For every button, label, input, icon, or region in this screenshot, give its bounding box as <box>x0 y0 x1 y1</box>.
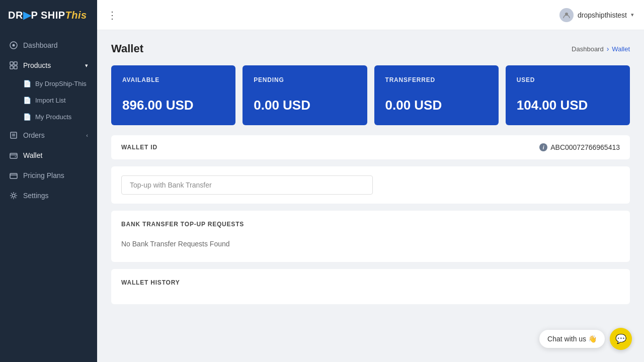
settings-icon <box>9 191 18 200</box>
logo-this: This <box>65 10 87 21</box>
logo: DR▶P SHIPThis <box>0 0 97 30</box>
wallet-id-section: WALLET ID i ABC00072766965413 <box>111 135 630 159</box>
topbar-chevron-icon: ▾ <box>631 12 634 18</box>
svg-point-12 <box>12 194 15 197</box>
wallet-history-section: WALLET HISTORY <box>111 269 630 304</box>
sidebar-item-label: Products <box>23 61 51 69</box>
content-area: Wallet Dashboard › Wallet AVAILABLE 896.… <box>97 30 644 362</box>
wallet-id-value: i ABC00072766965413 <box>539 143 620 151</box>
transferred-label: TRANSFERRED <box>385 76 488 83</box>
sidebar-item-my-products[interactable]: 📄 My Products <box>0 109 97 125</box>
sidebar-item-import-list[interactable]: 📄 Import List <box>0 92 97 109</box>
wallet-cards: AVAILABLE 896.00 USD PENDING 0.00 USD TR… <box>111 65 630 125</box>
sidebar-item-products[interactable]: Products ▾ <box>0 55 97 75</box>
wallet-id-label: WALLET ID <box>121 144 157 151</box>
wallet-history-title: WALLET HISTORY <box>121 279 620 286</box>
svg-rect-6 <box>11 132 17 138</box>
breadcrumb: Dashboard › Wallet <box>572 45 630 53</box>
transferred-amount: 0.00 USD <box>385 98 488 113</box>
sidebar-item-dashboard[interactable]: Dashboard <box>0 35 97 55</box>
sidebar-item-label: Orders <box>23 131 45 139</box>
svg-rect-5 <box>14 66 17 69</box>
sidebar: DR▶P SHIPThis Dashboard Products ▾ 📄 By … <box>0 0 97 362</box>
doc-icon: 📄 <box>23 97 31 104</box>
username-label: dropshipthistest <box>578 11 627 19</box>
bank-transfer-section: BANK TRANSFER TOP-UP REQUESTS No Bank Tr… <box>111 211 630 262</box>
sidebar-item-label: Pricing Plans <box>23 171 64 179</box>
chevron-right-icon: ‹ <box>86 132 88 138</box>
wallet-card-used: USED 104.00 USD <box>506 65 630 125</box>
available-amount: 896.00 USD <box>122 98 224 113</box>
sidebar-sub-label: By DropShip-This <box>35 80 87 87</box>
pricing-icon <box>9 171 18 180</box>
svg-rect-3 <box>14 62 17 65</box>
breadcrumb-current: Wallet <box>612 45 630 53</box>
pending-label: PENDING <box>254 76 356 83</box>
used-label: USED <box>517 76 619 83</box>
logo-ship: P SHIP <box>31 10 65 21</box>
sidebar-nav: Dashboard Products ▾ 📄 By DropShip-This … <box>0 30 97 362</box>
sidebar-item-by-dropship-this[interactable]: 📄 By DropShip-This <box>0 75 97 92</box>
logo-drop: DR <box>8 10 23 21</box>
used-amount: 104.00 USD <box>517 98 619 113</box>
sidebar-item-label: Dashboard <box>23 41 58 49</box>
dashboard-icon <box>9 41 18 50</box>
bank-transfer-title: BANK TRANSFER TOP-UP REQUESTS <box>121 221 620 228</box>
user-menu[interactable]: dropshipthistest ▾ <box>559 8 634 22</box>
chat-bubble-text: Chat with us 👋 <box>547 335 597 343</box>
products-icon <box>9 61 18 70</box>
sidebar-item-label: Wallet <box>23 151 42 159</box>
chevron-down-icon: ▾ <box>85 62 88 69</box>
page-title: Wallet <box>111 42 143 55</box>
pending-amount: 0.00 USD <box>254 98 356 113</box>
sidebar-sub-label: Import List <box>35 97 66 104</box>
wallet-id-number: ABC00072766965413 <box>550 143 620 151</box>
available-label: AVAILABLE <box>122 76 224 83</box>
chat-bubble: Chat with us 👋 <box>539 330 605 348</box>
page-header: Wallet Dashboard › Wallet <box>111 42 630 55</box>
svg-rect-4 <box>10 66 13 69</box>
topup-section: Top-up with Bank Transfer <box>111 166 630 204</box>
wallet-card-transferred: TRANSFERRED 0.00 USD <box>374 65 499 125</box>
svg-rect-11 <box>10 173 17 178</box>
sidebar-item-orders[interactable]: Orders ‹ <box>0 125 97 145</box>
svg-point-10 <box>15 156 16 157</box>
sidebar-item-label: Settings <box>23 192 49 200</box>
chat-widget: Chat with us 👋 💬 <box>539 328 632 350</box>
wallet-card-pending: PENDING 0.00 USD <box>243 65 367 125</box>
no-bank-transfer-text: No Bank Transfer Requests Found <box>121 236 620 252</box>
menu-icon[interactable]: ⋮ <box>107 9 118 21</box>
topup-placeholder: Top-up with Bank Transfer <box>130 181 212 189</box>
topup-input[interactable]: Top-up with Bank Transfer <box>121 175 373 195</box>
main-area: ⋮ dropshipthistest ▾ Wallet Dashboard › … <box>97 0 644 362</box>
info-icon: i <box>539 143 547 151</box>
wallet-card-available: AVAILABLE 896.00 USD <box>111 65 235 125</box>
sidebar-item-pricing-plans[interactable]: Pricing Plans <box>0 165 97 186</box>
svg-rect-9 <box>10 153 17 158</box>
breadcrumb-separator: › <box>607 45 609 53</box>
chat-button[interactable]: 💬 <box>610 328 632 350</box>
svg-rect-2 <box>10 62 13 65</box>
wallet-icon <box>9 151 18 160</box>
orders-icon <box>9 131 18 140</box>
doc-icon: 📄 <box>23 80 31 87</box>
sidebar-sub-label: My Products <box>35 113 71 121</box>
doc-icon: 📄 <box>23 113 31 121</box>
chat-button-icon: 💬 <box>615 333 626 344</box>
breadcrumb-home[interactable]: Dashboard <box>572 45 604 53</box>
sidebar-item-wallet[interactable]: Wallet <box>0 145 97 165</box>
avatar <box>559 8 574 22</box>
topbar: ⋮ dropshipthistest ▾ <box>97 0 644 30</box>
svg-point-1 <box>13 44 15 47</box>
sidebar-item-settings[interactable]: Settings <box>0 186 97 206</box>
